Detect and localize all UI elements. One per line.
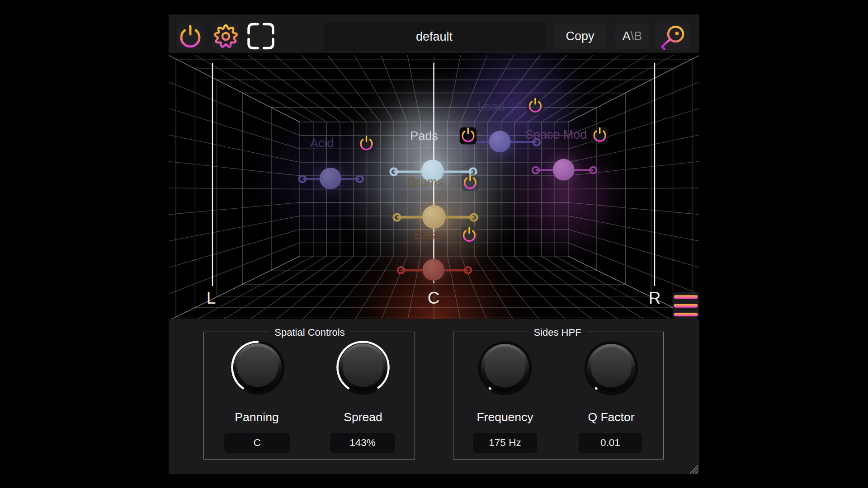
svg-text:Lead: Lead [477,100,505,113]
svg-text:Pads: Pads [410,129,438,143]
svg-text:Acid: Acid [310,136,334,150]
svg-text:Bass: Bass [414,228,441,242]
svg-text:Space Mod: Space Mod [525,128,587,141]
svg-text:C: C [428,289,440,307]
svg-text:L: L [207,289,216,307]
svg-text:R: R [649,289,661,307]
svg-text:Drums: Drums [407,175,443,189]
